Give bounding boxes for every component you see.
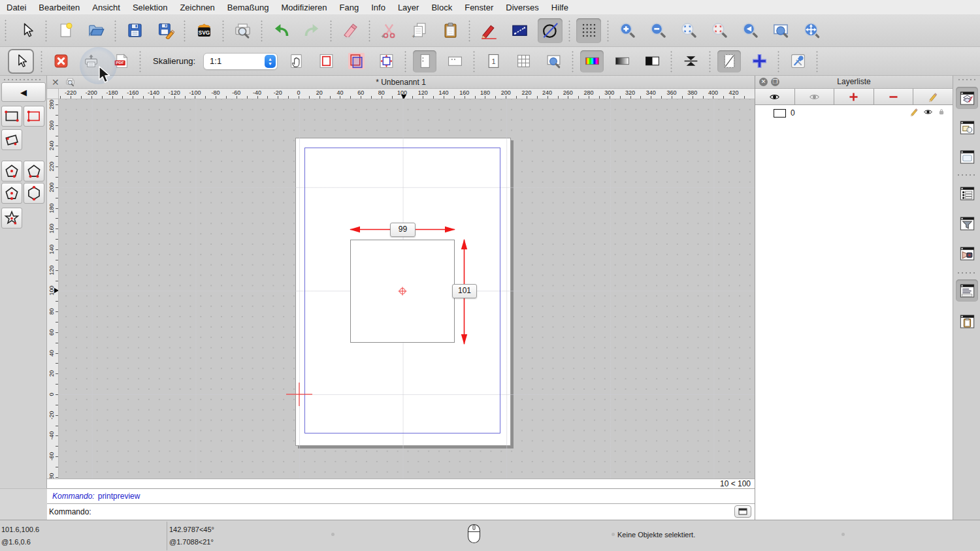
layer-visible-icon[interactable]	[923, 107, 933, 119]
zoom-window-button[interactable]	[768, 18, 793, 43]
show-all-layers-button[interactable]	[755, 89, 795, 104]
single-page-button[interactable]: 1	[482, 50, 505, 72]
tool-rectangle-2-corners-button[interactable]	[1, 106, 22, 127]
select-pointer-preview-button[interactable]	[8, 49, 34, 74]
center-on-paper-button[interactable]	[374, 50, 398, 72]
layer-list-panel: ✕ ❐ Layerliste 0	[755, 76, 953, 520]
multiple-pages-button[interactable]	[512, 50, 535, 72]
new-document-button[interactable]	[53, 18, 78, 43]
pan-paper-button[interactable]	[284, 50, 308, 72]
menu-modifizieren[interactable]: Modifizieren	[281, 3, 327, 12]
zoom-in-button[interactable]	[615, 18, 640, 43]
pan-button[interactable]	[799, 18, 824, 43]
tool-rectangle-with-size-button[interactable]	[24, 106, 44, 127]
remove-layer-button[interactable]	[874, 89, 914, 104]
menu-layer[interactable]: Layer	[398, 3, 419, 12]
layer-edit-icon[interactable]	[909, 107, 919, 119]
zoom-previous-button[interactable]	[738, 18, 762, 43]
menu-fenster[interactable]: Fenster	[465, 3, 493, 12]
menu-zeichnen[interactable]: Zeichnen	[180, 3, 214, 12]
ruler-label: -80	[48, 473, 55, 479]
open-document-button[interactable]	[84, 18, 108, 43]
tool-polygon-center-side-button[interactable]	[1, 183, 22, 204]
menu-bearbeiten[interactable]: Bearbeiten	[39, 3, 80, 12]
ruler-tick	[56, 228, 58, 229]
zoom-selected-button[interactable]	[707, 18, 732, 43]
zoom-out-button[interactable]	[645, 18, 670, 43]
toolbar-drag-handle[interactable]	[4, 19, 7, 42]
selection-filter-dock-button[interactable]	[956, 212, 978, 234]
ruler-tick	[154, 96, 154, 99]
command-line-dock-button[interactable]	[956, 279, 978, 302]
dock-drag-handle[interactable]	[957, 78, 977, 81]
menu-block[interactable]: Block	[431, 3, 452, 12]
hairline-mode-button[interactable]	[679, 50, 702, 72]
library-browser-dock-button[interactable]	[956, 146, 978, 168]
circle-tools-button[interactable]	[538, 18, 563, 43]
block-list-dock-button[interactable]	[956, 116, 978, 138]
redo-button[interactable]	[299, 18, 324, 43]
menu-fang[interactable]: Fang	[340, 3, 359, 12]
landscape-button[interactable]	[443, 50, 466, 72]
page-borders-button[interactable]	[717, 50, 741, 72]
zoom-to-page-button[interactable]	[542, 50, 565, 72]
menu-hilfe[interactable]: Hilfe	[551, 3, 568, 12]
layer-lock-icon[interactable]	[937, 107, 946, 119]
menu-diverses[interactable]: Diverses	[506, 3, 539, 12]
save-as-button[interactable]	[153, 18, 178, 43]
menu-info[interactable]: Info	[371, 3, 385, 12]
print-preview-button[interactable]	[230, 18, 255, 43]
stepper-arrows-icon[interactable]: ▲▼	[265, 55, 276, 68]
tool-polygon-side-side-button[interactable]	[24, 183, 44, 204]
draw-tools-button[interactable]	[476, 18, 501, 43]
tool-polygon-center-corner-button[interactable]	[1, 161, 22, 181]
menu-datei[interactable]: Datei	[7, 3, 26, 12]
palette-back-button[interactable]: ◀	[1, 82, 46, 102]
command-input-line[interactable]: Kommando:	[47, 504, 755, 520]
layer-list-dock-button[interactable]	[956, 87, 978, 109]
add-layer-button[interactable]	[834, 89, 874, 104]
grayscale-mode-button[interactable]	[610, 50, 634, 72]
full-color-mode-button[interactable]	[580, 50, 604, 72]
pdf-export-button[interactable]: PDF	[109, 50, 133, 72]
scaling-select[interactable]: 1:1▲▼	[203, 53, 278, 70]
delete-button[interactable]	[338, 18, 363, 43]
crosshair-toggle-button[interactable]	[747, 50, 771, 72]
menu-bemaung[interactable]: Bemaßung	[227, 3, 269, 12]
blackwhite-mode-button[interactable]	[640, 50, 664, 72]
line-tools-button[interactable]	[507, 18, 532, 43]
paste-button[interactable]	[438, 18, 463, 43]
tool-star-button[interactable]	[1, 208, 22, 228]
ruler-label: 280	[578, 89, 600, 96]
drawing-canvas[interactable]: 99 101	[59, 99, 755, 479]
portrait-button[interactable]	[413, 50, 436, 72]
hide-all-layers-button[interactable]	[795, 89, 835, 104]
edit-layer-button[interactable]	[913, 89, 953, 104]
zoom-auto-button[interactable]	[676, 18, 701, 43]
ruler-tick	[299, 96, 299, 99]
grid-status: 10 < 100	[720, 479, 751, 488]
tool-rectangle-rotated-button[interactable]	[1, 129, 22, 150]
paper-offset-button[interactable]	[344, 50, 368, 72]
copy-button[interactable]: +	[407, 18, 432, 43]
print-button[interactable]	[79, 50, 103, 72]
view-projection-dock-button[interactable]	[956, 242, 978, 264]
property-editor-dock-button[interactable]	[956, 182, 978, 204]
layer-row[interactable]: 0	[755, 106, 953, 119]
drawing-preferences-button[interactable]	[786, 50, 809, 72]
paper-frame-button[interactable]	[314, 50, 338, 72]
save-button[interactable]	[122, 18, 147, 43]
clipboard-viewer-dock-button[interactable]	[956, 310, 978, 332]
undo-button[interactable]	[269, 18, 293, 43]
drawn-rectangle[interactable]	[350, 240, 455, 343]
tool-polygon-2-corners-button[interactable]	[24, 161, 44, 181]
close-print-preview-button[interactable]	[49, 50, 73, 72]
grid-toggle-button[interactable]	[576, 18, 601, 43]
cut-button[interactable]: +	[376, 18, 401, 43]
select-pointer-button[interactable]	[14, 18, 39, 43]
svg-export-button[interactable]: SVG	[191, 18, 216, 43]
palette-drag-handle[interactable]	[3, 78, 42, 81]
menu-ansicht[interactable]: Ansicht	[92, 3, 120, 12]
menu-selektion[interactable]: Selektion	[133, 3, 167, 12]
toggle-command-widget-button[interactable]	[734, 505, 751, 518]
